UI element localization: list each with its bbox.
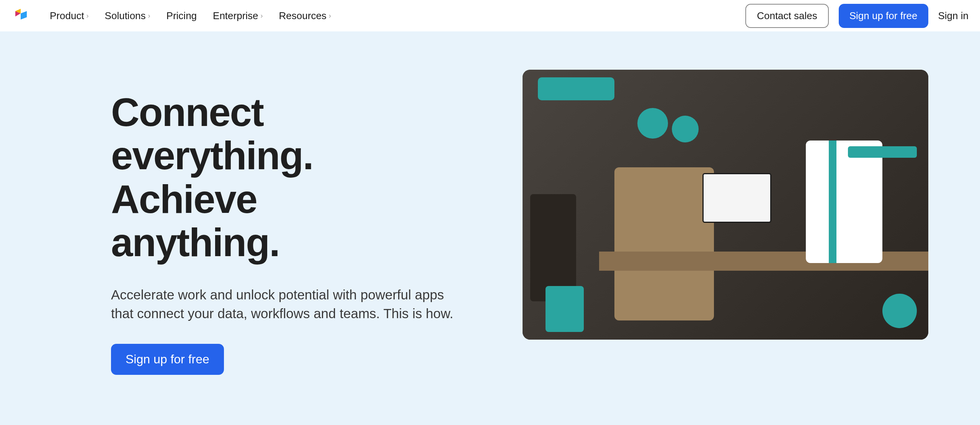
hero-section: Connect everything. Achieve anything. Ac… [0,31,980,425]
chevron-right-icon: › [261,12,263,20]
hero-title-line: Achieve [111,177,257,221]
site-header: Product › Solutions › Pricing Enterprise… [0,0,980,31]
hero-title-line: Connect [111,90,263,134]
hero-title: Connect everything. Achieve anything. [111,91,488,264]
nav-solutions[interactable]: Solutions › [105,10,150,22]
hero-subtitle: Accelerate work and unlock potential wit… [111,285,463,323]
hero-image [523,70,928,340]
hero-title-line: everything. [111,134,313,178]
nav-pricing[interactable]: Pricing [167,10,197,22]
svg-marker-2 [21,11,27,20]
signin-link[interactable]: Sign in [938,10,969,22]
nav-label: Enterprise [213,10,258,22]
workspace-photo [523,70,928,340]
hero-content: Connect everything. Achieve anything. Ac… [52,70,488,375]
nav-label: Resources [279,10,327,22]
chevron-right-icon: › [148,12,150,20]
nav-label: Pricing [167,10,197,22]
primary-nav: Product › Solutions › Pricing Enterprise… [50,10,331,22]
nav-label: Product [50,10,84,22]
brand-logo[interactable] [11,8,29,23]
signup-button[interactable]: Sign up for free [839,4,928,28]
logo-icon [11,8,29,23]
nav-enterprise[interactable]: Enterprise › [213,10,263,22]
hero-title-line: anything. [111,221,279,265]
nav-label: Solutions [105,10,146,22]
hero-signup-button[interactable]: Sign up for free [111,344,224,375]
contact-sales-button[interactable]: Contact sales [745,4,829,28]
nav-resources[interactable]: Resources › [279,10,331,22]
chevron-right-icon: › [87,12,89,20]
chevron-right-icon: › [329,12,331,20]
nav-product[interactable]: Product › [50,10,89,22]
header-actions: Contact sales Sign up for free Sign in [745,4,969,28]
